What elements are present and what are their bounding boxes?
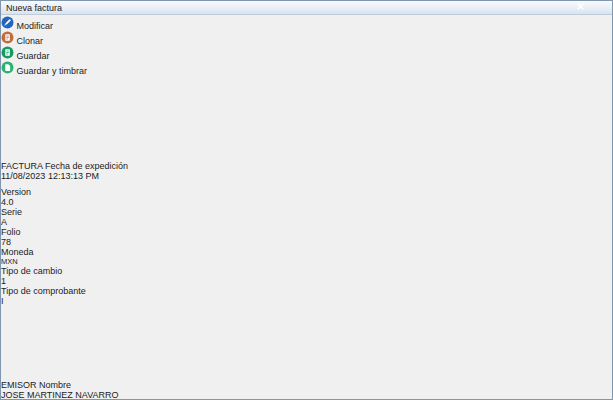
- tipo-cambio-label: Tipo de cambio: [1, 266, 62, 276]
- moneda-field[interactable]: MXN: [1, 257, 20, 266]
- factura-group: [1, 76, 184, 161]
- save-icon: [1, 46, 14, 59]
- fecha-expedicion-label: Fecha de expedición: [45, 161, 128, 171]
- factura-group-title: FACTURA: [1, 161, 43, 171]
- save-and-stamp-button[interactable]: Guardar y timbrar: [1, 61, 612, 76]
- emisor-nombre-combo[interactable]: JOSE MARTINEZ NAVARRO: [1, 390, 142, 400]
- emisor-nombre-value: JOSE MARTINEZ NAVARRO: [1, 390, 119, 400]
- moneda-label: Moneda: [1, 247, 34, 257]
- tipo-comprobante-label: Tipo de comprobante: [1, 286, 86, 296]
- folio-field[interactable]: 78: [1, 237, 26, 247]
- pencil-icon: [1, 16, 14, 29]
- version-label: Version: [1, 187, 31, 197]
- tipo-comprobante-field: I: [1, 296, 15, 306]
- tipo-cambio-field[interactable]: 1: [1, 276, 26, 286]
- save-button[interactable]: Guardar: [1, 46, 612, 61]
- window-title: Nueva factura: [6, 3, 62, 13]
- emisor-nombre-label: Nombre: [39, 380, 71, 390]
- modify-label: Modificar: [17, 21, 54, 31]
- modify-button[interactable]: Modificar: [1, 16, 612, 31]
- clone-document-icon: [1, 31, 14, 44]
- folio-label: Folio: [1, 227, 21, 237]
- new-invoice-window: Nueva factura Cancelar Modificar Clonar …: [0, 0, 613, 400]
- close-icon: [577, 3, 584, 10]
- fecha-expedicion-value: 11/08/2023 12:13:13 PM: [1, 171, 99, 181]
- clone-label: Clonar: [17, 36, 44, 46]
- titlebar: Nueva factura: [1, 1, 612, 15]
- save-label: Guardar: [17, 51, 50, 61]
- emisor-group-title: EMISOR: [1, 380, 37, 390]
- save-and-stamp-label: Guardar y timbrar: [17, 66, 88, 76]
- serie-label: Serie: [1, 207, 22, 217]
- fecha-expedicion-field[interactable]: 11/08/2023 12:13:13 PM: [1, 171, 105, 187]
- version-field: 4.0: [1, 197, 22, 207]
- serie-field[interactable]: A: [1, 217, 18, 227]
- stamp-document-icon: [1, 61, 14, 74]
- emisor-group: [1, 306, 204, 380]
- close-button[interactable]: [577, 2, 607, 13]
- clone-button[interactable]: Clonar: [1, 31, 612, 46]
